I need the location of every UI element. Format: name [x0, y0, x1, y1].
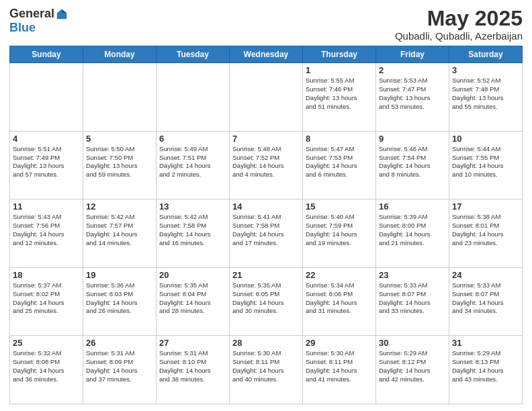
calendar-cell: 29Sunrise: 5:30 AM Sunset: 8:11 PM Dayli…: [303, 336, 376, 404]
calendar-cell: 13Sunrise: 5:42 AM Sunset: 7:58 PM Dayli…: [157, 199, 230, 268]
day-info: Sunrise: 5:30 AM Sunset: 8:11 PM Dayligh…: [306, 349, 373, 383]
day-info: Sunrise: 5:48 AM Sunset: 7:52 PM Dayligh…: [232, 145, 300, 179]
day-info: Sunrise: 5:35 AM Sunset: 8:05 PM Dayligh…: [232, 281, 300, 316]
day-number: 31: [452, 338, 519, 348]
calendar-cell: [10, 63, 83, 132]
calendar-cell: 19Sunrise: 5:36 AM Sunset: 8:03 PM Dayli…: [83, 267, 157, 336]
day-info: Sunrise: 5:34 AM Sunset: 8:06 PM Dayligh…: [306, 281, 373, 316]
day-number: 3: [452, 65, 519, 75]
day-header-monday: Monday: [83, 46, 157, 63]
day-info: Sunrise: 5:55 AM Sunset: 7:46 PM Dayligh…: [306, 77, 373, 111]
day-number: 18: [13, 270, 80, 280]
calendar-week-4: 18Sunrise: 5:37 AM Sunset: 8:02 PM Dayli…: [10, 267, 523, 336]
calendar-header-row: SundayMondayTuesdayWednesdayThursdayFrid…: [10, 46, 523, 63]
calendar-cell: 18Sunrise: 5:37 AM Sunset: 8:02 PM Dayli…: [10, 267, 83, 336]
calendar-cell: 12Sunrise: 5:42 AM Sunset: 7:57 PM Dayli…: [83, 199, 157, 268]
calendar-week-5: 25Sunrise: 5:32 AM Sunset: 8:08 PM Dayli…: [10, 336, 523, 404]
svg-marker-1: [62, 9, 66, 12]
day-number: 4: [13, 134, 80, 144]
calendar-cell: 11Sunrise: 5:43 AM Sunset: 7:56 PM Dayli…: [10, 199, 83, 268]
calendar-cell: 3Sunrise: 5:52 AM Sunset: 7:48 PM Daylig…: [449, 63, 523, 132]
day-info: Sunrise: 5:29 AM Sunset: 8:12 PM Dayligh…: [379, 349, 446, 383]
calendar-cell: 27Sunrise: 5:31 AM Sunset: 8:10 PM Dayli…: [157, 336, 230, 404]
day-number: 10: [452, 134, 519, 144]
day-number: 19: [86, 270, 153, 280]
day-number: 22: [306, 270, 373, 280]
day-number: 17: [452, 201, 519, 212]
day-number: 1: [306, 65, 373, 75]
day-info: Sunrise: 5:50 AM Sunset: 7:50 PM Dayligh…: [86, 145, 153, 179]
day-info: Sunrise: 5:46 AM Sunset: 7:54 PM Dayligh…: [379, 145, 446, 179]
day-number: 28: [232, 338, 300, 348]
calendar-cell: 6Sunrise: 5:49 AM Sunset: 7:51 PM Daylig…: [157, 131, 230, 199]
day-number: 9: [379, 134, 446, 144]
day-number: 30: [379, 338, 446, 348]
calendar-cell: 10Sunrise: 5:44 AM Sunset: 7:55 PM Dayli…: [449, 131, 523, 199]
day-number: 8: [306, 134, 373, 144]
calendar-cell: 28Sunrise: 5:30 AM Sunset: 8:11 PM Dayli…: [230, 336, 303, 404]
day-number: 23: [379, 270, 446, 280]
calendar-cell: 5Sunrise: 5:50 AM Sunset: 7:50 PM Daylig…: [83, 131, 157, 199]
day-number: 13: [159, 201, 226, 212]
calendar-cell: 14Sunrise: 5:41 AM Sunset: 7:58 PM Dayli…: [230, 199, 303, 268]
day-info: Sunrise: 5:52 AM Sunset: 7:48 PM Dayligh…: [452, 77, 519, 111]
day-info: Sunrise: 5:42 AM Sunset: 7:57 PM Dayligh…: [86, 213, 153, 247]
day-number: 20: [159, 270, 226, 280]
calendar-week-3: 11Sunrise: 5:43 AM Sunset: 7:56 PM Dayli…: [10, 199, 523, 268]
day-info: Sunrise: 5:49 AM Sunset: 7:51 PM Dayligh…: [159, 145, 226, 179]
day-info: Sunrise: 5:35 AM Sunset: 8:04 PM Dayligh…: [159, 281, 226, 316]
calendar-cell: [230, 63, 303, 132]
day-header-thursday: Thursday: [303, 46, 376, 63]
calendar-cell: 20Sunrise: 5:35 AM Sunset: 8:04 PM Dayli…: [157, 267, 230, 336]
calendar-cell: 25Sunrise: 5:32 AM Sunset: 8:08 PM Dayli…: [10, 336, 83, 404]
day-info: Sunrise: 5:51 AM Sunset: 7:49 PM Dayligh…: [13, 145, 80, 179]
calendar-cell: 23Sunrise: 5:33 AM Sunset: 8:07 PM Dayli…: [376, 267, 449, 336]
day-info: Sunrise: 5:32 AM Sunset: 8:08 PM Dayligh…: [13, 349, 80, 383]
calendar-cell: 31Sunrise: 5:29 AM Sunset: 8:13 PM Dayli…: [449, 336, 523, 404]
day-info: Sunrise: 5:39 AM Sunset: 8:00 PM Dayligh…: [379, 213, 446, 247]
day-info: Sunrise: 5:29 AM Sunset: 8:13 PM Dayligh…: [452, 349, 519, 383]
calendar-week-1: 1Sunrise: 5:55 AM Sunset: 7:46 PM Daylig…: [10, 63, 523, 132]
day-number: 21: [232, 270, 300, 280]
day-header-saturday: Saturday: [449, 46, 523, 63]
day-number: 6: [159, 134, 226, 144]
day-number: 25: [13, 338, 80, 348]
day-number: 29: [306, 338, 373, 348]
day-number: 15: [306, 201, 373, 212]
day-number: 7: [232, 134, 300, 144]
calendar-cell: [83, 63, 157, 132]
day-info: Sunrise: 5:40 AM Sunset: 7:59 PM Dayligh…: [306, 213, 373, 247]
calendar-week-2: 4Sunrise: 5:51 AM Sunset: 7:49 PM Daylig…: [10, 131, 523, 199]
calendar-cell: 21Sunrise: 5:35 AM Sunset: 8:05 PM Dayli…: [230, 267, 303, 336]
calendar-cell: [157, 63, 230, 132]
calendar-cell: 22Sunrise: 5:34 AM Sunset: 8:06 PM Dayli…: [303, 267, 376, 336]
calendar-cell: 9Sunrise: 5:46 AM Sunset: 7:54 PM Daylig…: [376, 131, 449, 199]
calendar-cell: 8Sunrise: 5:47 AM Sunset: 7:53 PM Daylig…: [303, 131, 376, 199]
day-header-sunday: Sunday: [10, 46, 83, 63]
day-header-friday: Friday: [376, 46, 449, 63]
day-number: 12: [86, 201, 153, 212]
logo: General Blue: [9, 7, 68, 35]
day-info: Sunrise: 5:36 AM Sunset: 8:03 PM Dayligh…: [86, 281, 153, 316]
calendar-cell: 16Sunrise: 5:39 AM Sunset: 8:00 PM Dayli…: [376, 199, 449, 268]
day-info: Sunrise: 5:53 AM Sunset: 7:47 PM Dayligh…: [379, 77, 446, 111]
day-info: Sunrise: 5:31 AM Sunset: 8:10 PM Dayligh…: [159, 349, 226, 383]
day-header-wednesday: Wednesday: [230, 46, 303, 63]
day-info: Sunrise: 5:42 AM Sunset: 7:58 PM Dayligh…: [159, 213, 226, 247]
day-number: 5: [86, 134, 153, 144]
calendar-cell: 17Sunrise: 5:38 AM Sunset: 8:01 PM Dayli…: [449, 199, 523, 268]
calendar-cell: 30Sunrise: 5:29 AM Sunset: 8:12 PM Dayli…: [376, 336, 449, 404]
calendar-cell: 4Sunrise: 5:51 AM Sunset: 7:49 PM Daylig…: [10, 131, 83, 199]
logo-icon: [56, 8, 68, 20]
day-info: Sunrise: 5:33 AM Sunset: 8:07 PM Dayligh…: [452, 281, 519, 316]
day-info: Sunrise: 5:31 AM Sunset: 8:09 PM Dayligh…: [86, 349, 153, 383]
month-title: May 2025: [395, 7, 523, 30]
calendar-table: SundayMondayTuesdayWednesdayThursdayFrid…: [9, 46, 523, 404]
calendar-cell: 26Sunrise: 5:31 AM Sunset: 8:09 PM Dayli…: [83, 336, 157, 404]
header: General Blue May 2025 Qubadli, Qubadli, …: [9, 7, 523, 42]
day-number: 2: [379, 65, 446, 75]
logo-general: General: [9, 7, 54, 21]
location: Qubadli, Qubadli, Azerbaijan: [395, 30, 523, 42]
day-number: 26: [86, 338, 153, 348]
day-info: Sunrise: 5:33 AM Sunset: 8:07 PM Dayligh…: [379, 281, 446, 316]
